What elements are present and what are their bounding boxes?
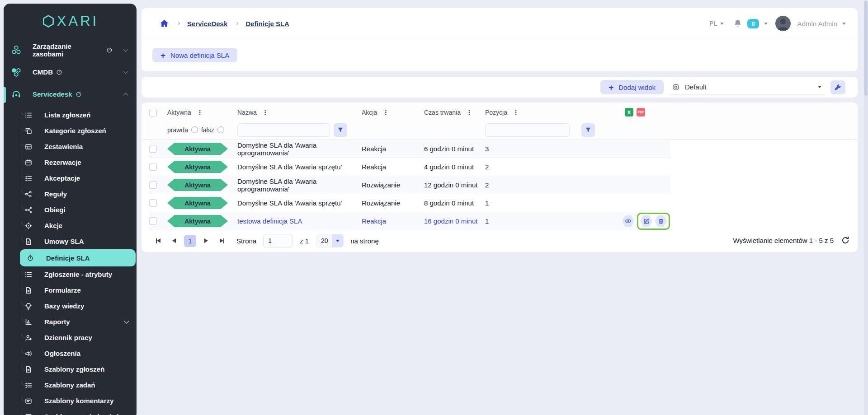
breadcrumb-definicje-sla[interactable]: Definicje SLA	[245, 20, 289, 28]
new-sla-definition-button[interactable]: + Nowa definicja SLA	[152, 48, 237, 62]
sidebar-item-lista-zgloszen[interactable]: Lista zgłoszeń	[4, 107, 137, 123]
sidebar-section-asset-management[interactable]: Zarządzanie zasobami	[4, 39, 137, 61]
sidebar: XARI Zarządzanie zasobami CMDB Servicede…	[4, 4, 137, 415]
row-checkbox[interactable]	[149, 163, 157, 171]
sidebar-item-akcje[interactable]: Akcje	[4, 218, 137, 233]
sidebar-item-ogloszenia[interactable]: Ogłoszenia	[4, 345, 137, 361]
sidebar-item-label: Zgłoszenie - atrybuty	[44, 270, 112, 278]
page-number-input[interactable]	[263, 234, 293, 247]
view-toolbar-card: + Dodaj widok Default	[142, 77, 858, 98]
sidebar-item-szablony-zadan[interactable]: Szablony zadań	[4, 377, 137, 393]
next-page-button[interactable]	[200, 235, 212, 247]
table-row-selected[interactable]: Aktywna testowa definicja SLA Reakcja 16…	[149, 212, 670, 230]
logo-hexagon-icon	[42, 14, 55, 28]
sidebar-item-formularze[interactable]: Formularze	[4, 282, 137, 298]
current-page-button[interactable]: 1	[184, 235, 196, 247]
radio-prawda[interactable]	[191, 126, 198, 133]
column-menu-icon[interactable]: ⋮	[466, 109, 472, 116]
column-header-pozycja[interactable]: Pozycja⋮	[485, 109, 535, 116]
bell-icon[interactable]	[733, 19, 742, 28]
table-row[interactable]: Aktywna Domyślne SLA dla 'Awaria sprzętu…	[149, 158, 670, 176]
sidebar-item-definicje-sla[interactable]: Definicje SLA	[20, 249, 136, 266]
app-logo: XARI	[4, 4, 137, 39]
sidebar-item-szablony-zgloszen[interactable]: Szablony zgłoszeń	[4, 361, 137, 377]
list-icon	[25, 112, 32, 119]
radio-falsz[interactable]	[217, 126, 224, 133]
items-shown-label: Wyświetlanie elementów 1 - 5 z 5	[733, 237, 834, 244]
add-view-button[interactable]: + Dodaj widok	[600, 80, 664, 94]
view-settings-button[interactable]	[830, 80, 845, 94]
row-checkbox[interactable]	[149, 217, 157, 225]
plus-icon: +	[160, 51, 165, 60]
sidebar-item-label: Ogłoszenia	[44, 350, 80, 357]
sidebar-item-zgloszenie-atrybuty[interactable]: Zgłoszenie - atrybuty	[4, 266, 137, 282]
last-page-button[interactable]	[216, 235, 228, 247]
sla-duration: 6 godzin 0 minut	[424, 145, 485, 153]
sidebar-item-szablony-powiadomien[interactable]: Szablony powiadomień	[4, 409, 137, 415]
sidebar-item-kategorie-zgloszen[interactable]: Kategorie zgłoszeń	[4, 123, 137, 139]
previous-page-button[interactable]	[168, 235, 180, 247]
export-pdf-icon[interactable]: PDF	[637, 108, 645, 117]
sidebar-item-bazy-wiedzy[interactable]: Bazy wiedzy	[4, 298, 137, 314]
sidebar-section-servicedesk[interactable]: Servicedesk	[4, 83, 137, 105]
table-row[interactable]: Aktywna Domyślne SLA dla 'Awaria oprogra…	[149, 176, 670, 194]
headset-icon	[11, 89, 21, 99]
sidebar-section-cmdb[interactable]: CMDB	[4, 61, 137, 83]
column-header-akcja[interactable]: Akcja⋮	[362, 109, 424, 116]
position-filter-input[interactable]	[486, 124, 570, 136]
sidebar-item-rezerwacje[interactable]: Rezerwacje	[4, 154, 137, 170]
breadcrumb-servicedesk[interactable]: ServiceDesk	[187, 20, 227, 28]
name-filter-input[interactable]	[237, 123, 330, 137]
edit-button[interactable]	[640, 215, 652, 227]
caret-down-icon[interactable]	[842, 23, 846, 25]
table-row[interactable]: Aktywna Domyślne SLA dla 'Awaria sprzętu…	[149, 194, 670, 212]
column-header-czas-trwania[interactable]: Czas trwania⋮	[424, 109, 485, 116]
name-filter-button[interactable]	[334, 123, 347, 137]
row-checkbox[interactable]	[149, 199, 157, 207]
sidebar-item-label: Lista zgłoszeń	[44, 111, 91, 119]
delete-button[interactable]	[655, 215, 667, 227]
per-page-select[interactable]: 20	[316, 234, 344, 247]
row-checkbox[interactable]	[149, 181, 157, 189]
sidebar-item-obiegi[interactable]: Obiegi	[4, 202, 137, 218]
target-icon	[25, 222, 32, 229]
eye-icon	[625, 218, 632, 224]
caret-down-icon	[720, 23, 724, 25]
avatar[interactable]	[775, 16, 791, 31]
sidebar-item-umowy-sla[interactable]: Umowy SLA	[4, 233, 137, 249]
column-menu-icon[interactable]: ⋮	[197, 109, 203, 116]
hexagon-cluster-icon	[11, 45, 21, 55]
sidebar-item-label: Akcje	[44, 222, 62, 229]
position-filter-button[interactable]	[581, 123, 595, 137]
sidebar-item-dziennik-pracy[interactable]: Dziennik pracy	[4, 330, 137, 345]
sidebar-item-label: Obiegi	[44, 206, 66, 214]
view-select[interactable]: Default	[669, 80, 825, 94]
preview-button[interactable]	[622, 215, 634, 227]
sla-action: Rozwiązanie	[362, 181, 424, 189]
column-header-aktywna[interactable]: Aktywna⋮	[167, 109, 237, 116]
select-all-checkbox[interactable]	[149, 109, 157, 117]
sidebar-item-akceptacje[interactable]: Akceptacje	[4, 170, 137, 186]
funnel-icon	[337, 127, 344, 133]
sidebar-item-reguly[interactable]: Reguły	[4, 186, 137, 202]
column-menu-icon[interactable]: ⋮	[262, 109, 269, 116]
column-menu-icon[interactable]: ⋮	[513, 109, 519, 116]
scrollbar-thumb[interactable]	[864, 1, 868, 96]
status-badge: Aktywna	[167, 161, 228, 173]
export-excel-icon[interactable]: X	[625, 108, 633, 117]
language-selector[interactable]: PL	[709, 20, 724, 27]
first-page-button[interactable]	[152, 235, 164, 247]
caret-down-icon[interactable]	[764, 23, 768, 25]
per-page-label: na stronę	[350, 237, 379, 245]
table-row[interactable]: Aktywna Domyślne SLA dla 'Awaria oprogra…	[149, 140, 670, 158]
column-header-nazwa[interactable]: Nazwa⋮	[237, 109, 362, 116]
refresh-button[interactable]	[841, 236, 849, 244]
sidebar-item-raporty[interactable]: Raporty	[4, 314, 137, 330]
highlighted-action-group	[637, 213, 670, 230]
row-checkbox[interactable]	[149, 145, 157, 153]
sla-name: Domyślne SLA dla 'Awaria sprzętu'	[237, 163, 362, 171]
sidebar-item-zestawienia[interactable]: Zestawienia	[4, 139, 137, 154]
home-icon[interactable]	[160, 19, 169, 28]
column-menu-icon[interactable]: ⋮	[382, 109, 389, 116]
sidebar-item-szablony-komentarzy[interactable]: Szablony komentarzy	[4, 393, 137, 409]
